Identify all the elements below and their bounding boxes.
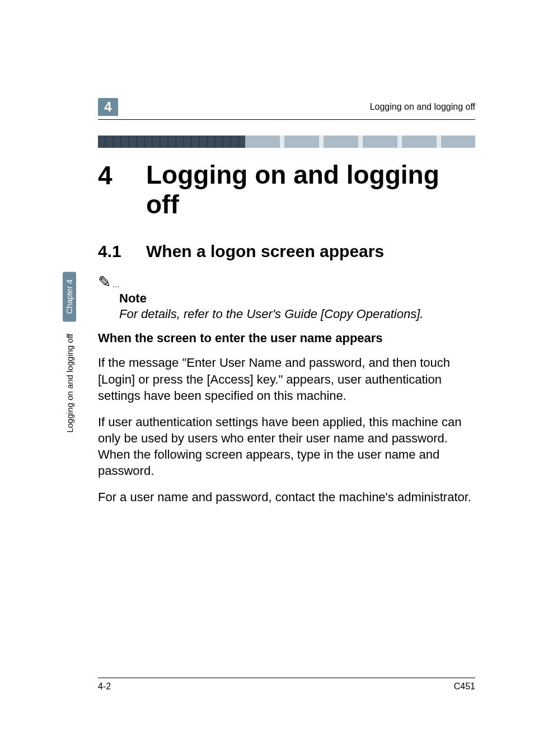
body-paragraph: If the message "Enter User Name and pass… — [98, 354, 475, 403]
sidebar-title: Logging on and logging off — [65, 334, 74, 433]
body-paragraph: If user authentication settings have bee… — [98, 414, 475, 479]
sidebar-chapter-label: Chapter 4 — [63, 272, 76, 321]
note-text: For details, refer to the User's Guide [… — [119, 306, 475, 323]
chapter-number-badge: 4 — [98, 98, 118, 116]
note-block: ✎… Note For details, refer to the User's… — [98, 274, 475, 323]
note-icon: ✎… — [98, 274, 475, 290]
heading-1-text: Logging on and logging off — [146, 160, 475, 220]
header: 4 Logging on and logging off — [98, 98, 475, 116]
heading-2: 4.1 When a logon screen appears — [98, 242, 475, 261]
body-paragraph: For a user name and password, contact th… — [98, 489, 475, 505]
heading-1-number: 4 — [98, 160, 146, 190]
footer-rule — [98, 678, 475, 678]
note-label: Note — [119, 291, 475, 306]
header-rule — [98, 119, 475, 120]
running-header-title: Logging on and logging off — [370, 102, 475, 112]
heading-1: 4 Logging on and logging off — [98, 160, 475, 220]
footer: 4-2 C451 — [98, 678, 475, 692]
decorative-gradient-bar — [98, 136, 475, 148]
heading-2-text: When a logon screen appears — [146, 242, 384, 261]
pencil-icon: ✎ — [98, 273, 111, 291]
footer-page-number: 4-2 — [98, 682, 111, 692]
heading-2-number: 4.1 — [98, 242, 146, 261]
footer-model: C451 — [454, 682, 475, 692]
heading-3: When the screen to enter the user name a… — [98, 331, 475, 346]
sidebar-tab: Chapter 4 Logging on and logging off — [63, 272, 76, 433]
